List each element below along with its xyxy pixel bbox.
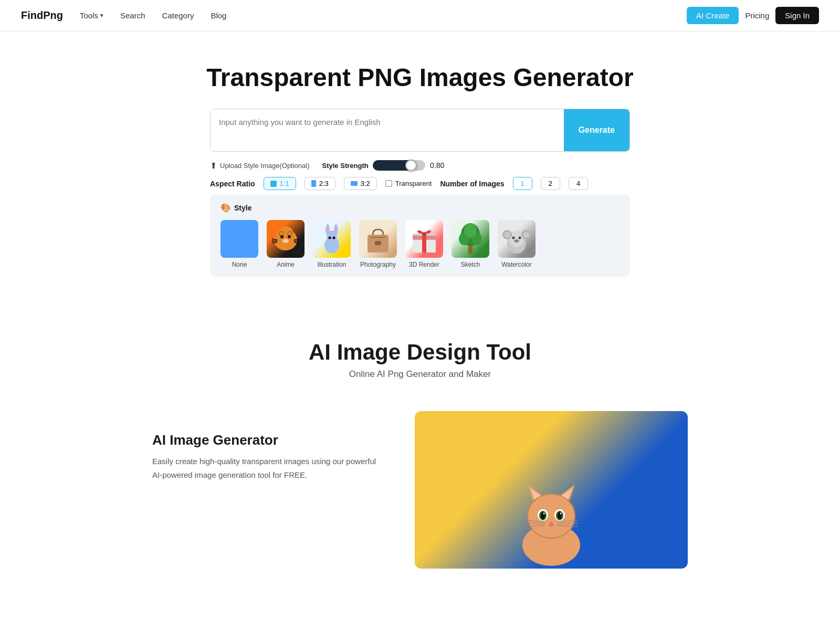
style-illustration[interactable]: Illustration (313, 220, 351, 268)
palette-icon: 🎨 (220, 203, 231, 213)
svg-point-19 (329, 237, 331, 239)
style-none-thumb (220, 220, 258, 258)
num-images-2-button[interactable]: 2 (541, 177, 560, 190)
rabbit-icon (313, 220, 351, 258)
svg-point-34 (464, 223, 477, 238)
svg-point-6 (282, 239, 289, 243)
style-sketch[interactable]: Sketch (452, 220, 489, 268)
hero-title: Transparent PNG Images Generator (10, 63, 830, 92)
aspect-3-2-icon (351, 181, 358, 186)
generator-box: Generate (210, 109, 630, 152)
style-panel-header: 🎨 Style (220, 203, 620, 213)
nav-search[interactable]: Search (120, 11, 145, 20)
svg-point-41 (512, 237, 515, 239)
slider-container: 0.80 (373, 160, 445, 171)
style-panel: 🎨 Style None (210, 194, 630, 277)
svg-point-20 (333, 237, 335, 239)
chevron-down-icon: ▾ (100, 12, 103, 19)
bag-icon (359, 220, 397, 258)
style-illustration-thumb (313, 220, 351, 258)
ai-tool-section: AI Image Generator Easily create high-qu… (131, 411, 709, 569)
ai-tool-text: AI Image Generator Easily create high-qu… (152, 411, 383, 481)
tree-icon (452, 220, 489, 258)
style-items-list: None (220, 220, 620, 268)
style-watercolor-thumb (498, 220, 536, 258)
ai-tool-heading: AI Image Generator (152, 432, 383, 448)
bottom-title: AI Image Design Tool (10, 340, 830, 365)
svg-point-29 (423, 232, 426, 235)
svg-rect-30 (468, 246, 472, 254)
svg-point-40 (523, 232, 529, 238)
aspect-2-3-button[interactable]: 2:3 (304, 177, 335, 190)
hero-section: Transparent PNG Images Generator Generat… (0, 32, 840, 319)
nav-left: FindPng Tools ▾ Search Category Blog (21, 9, 226, 22)
svg-point-18 (335, 226, 337, 233)
ai-tool-image (415, 411, 688, 569)
style-anime-thumb (267, 220, 304, 258)
num-images-1-button[interactable]: 1 (513, 177, 532, 190)
style-photography[interactable]: Photography (359, 220, 397, 268)
options-row: ⬆ Upload Style Image(Optional) Style Str… (210, 160, 630, 171)
aspect-2-3-icon (311, 180, 316, 187)
svg-point-39 (504, 232, 510, 238)
bottom-hero-section: AI Image Design Tool Online AI Png Gener… (0, 319, 840, 395)
koala-icon (498, 220, 536, 258)
svg-point-2 (279, 232, 284, 236)
num-images-label: Number of Images (440, 180, 504, 188)
style-watercolor[interactable]: Watercolor (498, 220, 536, 268)
svg-point-42 (519, 237, 521, 239)
svg-point-4 (280, 235, 284, 238)
svg-point-17 (327, 226, 329, 233)
svg-point-56 (543, 513, 545, 514)
transparent-checkbox[interactable] (385, 180, 392, 187)
aspect-ratio-label: Aspect Ratio (210, 180, 255, 188)
nav-right: AI Create Pricing Sign In (687, 7, 819, 24)
svg-rect-24 (375, 241, 381, 245)
gift-icon (405, 220, 443, 258)
cat-illustration (415, 411, 688, 569)
nav-tools[interactable]: Tools ▾ (80, 11, 103, 20)
style-none[interactable]: None (220, 220, 258, 268)
pricing-button[interactable]: Pricing (745, 11, 769, 20)
upload-icon: ⬆ (210, 161, 217, 171)
bottom-subtitle: Online AI Png Generator and Maker (10, 369, 830, 380)
style-anime[interactable]: Anime (267, 220, 304, 268)
ai-create-button[interactable]: AI Create (687, 7, 739, 24)
style-strength-control: Style Strength 0.80 (322, 160, 445, 171)
aspect-1-1-button[interactable]: 1:1 (264, 177, 296, 190)
transparent-checkbox-label[interactable]: Transparent (385, 180, 432, 187)
cat-svg (504, 464, 598, 569)
aspect-1-1-icon (270, 181, 277, 187)
signin-button[interactable]: Sign In (775, 7, 819, 24)
svg-point-43 (514, 239, 519, 243)
style-strength-slider[interactable] (373, 160, 425, 171)
slider-value: 0.80 (429, 161, 445, 170)
nav-blog[interactable]: Blog (211, 11, 226, 20)
svg-rect-28 (413, 236, 436, 240)
style-sketch-thumb (452, 220, 489, 258)
aspect-ratio-row: Aspect Ratio 1:1 2:3 3:2 Transparent Num… (210, 177, 630, 190)
tiger-icon (267, 220, 304, 258)
prompt-input[interactable] (211, 109, 564, 151)
style-photography-thumb (359, 220, 397, 258)
svg-rect-23 (371, 237, 385, 238)
navbar: FindPng Tools ▾ Search Category Blog AI … (0, 0, 840, 32)
svg-point-57 (560, 513, 562, 514)
num-images-4-button[interactable]: 4 (569, 177, 588, 190)
logo[interactable]: FindPng (21, 9, 63, 22)
svg-point-3 (288, 232, 292, 236)
svg-point-21 (330, 239, 333, 241)
generate-button[interactable]: Generate (564, 109, 629, 151)
upload-style-button[interactable]: ⬆ Upload Style Image(Optional) (210, 161, 310, 171)
svg-point-5 (288, 235, 291, 238)
nav-category[interactable]: Category (162, 11, 194, 20)
aspect-3-2-button[interactable]: 3:2 (344, 177, 377, 190)
style-3d-render-thumb (405, 220, 443, 258)
ai-tool-description: Easily create high-quality transparent i… (152, 455, 383, 481)
style-3d-render[interactable]: 3D Render (405, 220, 443, 268)
